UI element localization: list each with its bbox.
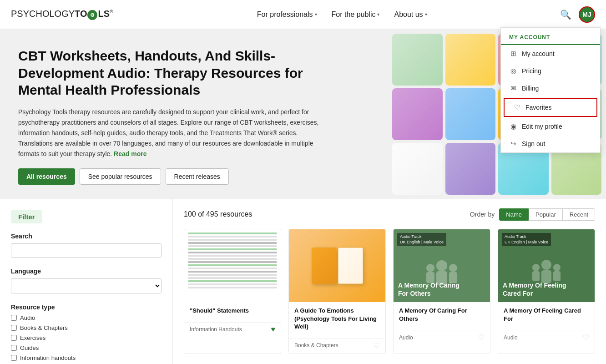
favorite-heart-icon[interactable]: ♡ — [583, 333, 589, 342]
favorite-heart-icon[interactable]: ♡ — [374, 341, 380, 350]
search-button[interactable]: 🔍 — [558, 7, 573, 22]
menu-item-sign-out[interactable]: ↪ Sign out — [501, 135, 600, 152]
hero-buttons: All resources See popular resources Rece… — [18, 168, 328, 185]
card-body: A Memory Of Caring For Others — [394, 302, 490, 330]
card-title: "Should" Statements — [190, 307, 275, 315]
resources-count: 100 of 495 resources — [184, 210, 252, 218]
card-body: A Guide To Emotions (Psychology Tools Fo… — [289, 302, 385, 338]
account-avatar-button[interactable]: MJ — [579, 6, 595, 23]
svg-rect-11 — [553, 271, 561, 281]
read-more-link[interactable]: Read more — [114, 150, 146, 157]
card-footer: Audio ♡ — [394, 330, 490, 345]
card-type: Information Handouts — [190, 326, 242, 333]
card-thumbnail — [289, 229, 385, 302]
svg-point-4 — [449, 264, 457, 272]
menu-item-billing[interactable]: ✉ Billing — [501, 80, 600, 97]
resource-type-info-handouts[interactable]: Information handouts — [11, 354, 162, 361]
search-icon: 🔍 — [560, 10, 571, 20]
menu-item-pricing[interactable]: ◎ Pricing — [501, 62, 600, 80]
card-body: "Should" Statements — [184, 302, 281, 322]
search-label: Search — [11, 233, 162, 240]
resource-card-memory-cared[interactable]: Audio TrackUK English | Male Voice A Mem… — [498, 229, 595, 354]
order-by-label: Order by — [470, 211, 495, 218]
resource-card-should-statements[interactable]: "Should" Statements Information Handouts… — [184, 229, 281, 354]
resource-type-audio[interactable]: Audio — [11, 314, 162, 321]
card-type: Books & Chapters — [294, 342, 338, 349]
hero-content: CBT Worksheets, Handouts, And Skills-Dev… — [0, 29, 346, 199]
svg-rect-7 — [541, 270, 551, 283]
svg-point-8 — [532, 264, 540, 271]
resources-area: 100 of 495 resources Order by NamePopula… — [173, 199, 606, 364]
resource-type-exercises[interactable]: Exercises — [11, 334, 162, 341]
resource-type-list: Audio Books & Chapters Exercises Guides … — [11, 314, 162, 364]
favorite-heart-icon[interactable]: ♥ — [271, 325, 276, 334]
menu-item-favorites[interactable]: ♡ Favorites — [504, 98, 597, 117]
svg-point-6 — [541, 260, 551, 270]
account-dropdown-menu: MY ACCOUNT ⊞ My account ◎ Pricing ✉ Bill… — [500, 27, 601, 153]
heart-icon: ♡ — [513, 103, 521, 111]
svg-rect-5 — [449, 272, 457, 283]
svg-rect-1 — [436, 271, 447, 285]
resource-type-label: Resource type — [11, 303, 162, 311]
menu-item-my-account[interactable]: ⊞ My account — [501, 45, 600, 62]
chevron-down-icon: ▾ — [315, 12, 317, 17]
nav-public[interactable]: For the public ▾ — [332, 7, 380, 22]
header: PSYCHOLOGYTO⚙LS® For professionals ▾ For… — [0, 0, 606, 29]
card-type: Audio — [504, 334, 518, 341]
order-by-popular-button[interactable]: Popular — [529, 208, 563, 221]
main-nav: For professionals ▾ For the public ▾ Abo… — [257, 7, 427, 22]
hero-description: Psychology Tools therapy resources are c… — [18, 107, 328, 159]
svg-rect-9 — [532, 271, 540, 281]
search-section: Search — [11, 233, 162, 258]
logo-gear-icon: ⚙ — [87, 10, 97, 20]
language-select[interactable] — [11, 278, 162, 293]
menu-item-edit-profile[interactable]: ◉ Edit my profile — [501, 118, 600, 135]
recent-releases-button[interactable]: Recent releases — [166, 168, 229, 185]
checkbox-books[interactable] — [11, 325, 17, 331]
popular-resources-button[interactable]: See popular resources — [80, 168, 161, 185]
card-footer: Books & Chapters ♡ — [289, 338, 385, 354]
order-by-name-button[interactable]: Name — [499, 208, 529, 221]
order-buttons: NamePopularRecent — [499, 208, 595, 221]
resources-header: 100 of 495 resources Order by NamePopula… — [184, 208, 595, 221]
card-body: A Memory Of Feeling Cared For — [498, 302, 595, 330]
all-resources-button[interactable]: All resources — [18, 168, 75, 185]
svg-point-0 — [436, 260, 447, 271]
resource-type-section: Resource type Audio Books & Chapters Exe… — [11, 303, 162, 364]
nav-professionals[interactable]: For professionals ▾ — [257, 7, 317, 22]
resource-type-books[interactable]: Books & Chapters — [11, 324, 162, 331]
search-input[interactable] — [11, 243, 162, 258]
account-menu-title: MY ACCOUNT — [501, 28, 600, 45]
checkbox-audio[interactable] — [11, 315, 17, 321]
card-thumbnail: Audio TrackUK English | Male Voice A Mem… — [498, 229, 595, 302]
resource-type-guides[interactable]: Guides — [11, 344, 162, 351]
card-thumbnail — [184, 229, 281, 302]
language-section: Language — [11, 268, 162, 293]
card-title: A Guide To Emotions (Psychology Tools Fo… — [294, 307, 380, 331]
main-content: Filter Search Language Resource type Aud… — [0, 199, 606, 364]
signout-icon: ↪ — [509, 140, 517, 148]
resource-card-guide-to-emotions[interactable]: A Guide To Emotions (Psychology Tools Fo… — [288, 229, 386, 354]
order-by-recent-button[interactable]: Recent — [563, 208, 595, 221]
nav-about[interactable]: About us ▾ — [394, 7, 427, 22]
account-icon: ⊞ — [509, 50, 517, 58]
favorite-heart-icon[interactable]: ♡ — [478, 333, 485, 342]
svg-point-10 — [553, 264, 561, 271]
filter-sidebar: Filter Search Language Resource type Aud… — [0, 199, 173, 364]
logo[interactable]: PSYCHOLOGYTO⚙LS® — [11, 9, 113, 20]
pricing-icon: ◎ — [509, 67, 517, 75]
card-footer: Audio ♡ — [498, 330, 595, 345]
checkbox-guides[interactable] — [11, 345, 17, 351]
resource-cards-grid: "Should" Statements Information Handouts… — [184, 229, 595, 354]
resource-card-memory-caring[interactable]: Audio TrackUK English | Male Voice A Mem… — [393, 229, 490, 354]
audio-badge: Audio TrackUK English | Male Voice — [502, 233, 551, 246]
logo-text-normal: PSYCHOLOGY — [11, 9, 75, 19]
header-icons: 🔍 MJ — [558, 6, 595, 23]
audio-badge: Audio TrackUK English | Male Voice — [397, 233, 446, 246]
checkbox-exercises[interactable] — [11, 335, 17, 341]
card-thumbnail: Audio TrackUK English | Male Voice A Mem… — [394, 229, 490, 302]
hero-title: CBT Worksheets, Handouts, And Skills-Dev… — [18, 47, 328, 99]
avatar-initials: MJ — [582, 11, 591, 18]
checkbox-info-handouts[interactable] — [11, 355, 17, 361]
language-label: Language — [11, 268, 162, 275]
